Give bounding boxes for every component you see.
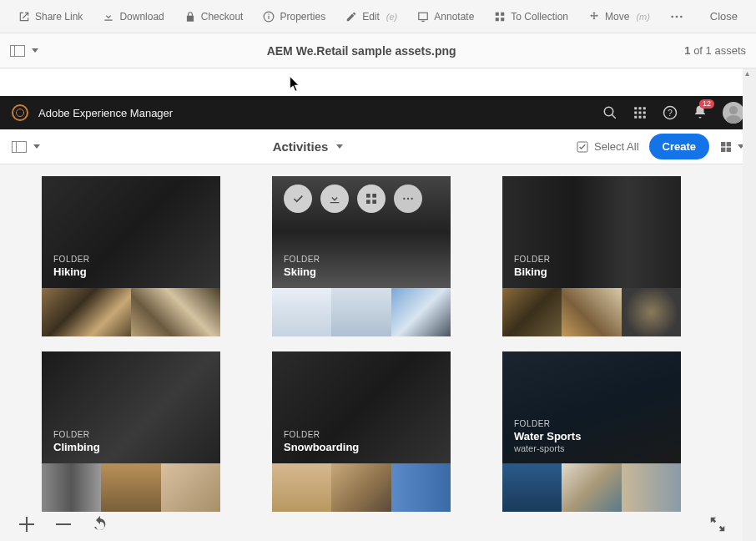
collection-icon xyxy=(365,192,378,205)
thumbnail xyxy=(562,288,621,336)
thumbnail xyxy=(272,463,331,512)
chevron-down-icon[interactable] xyxy=(32,48,38,53)
annotate-button[interactable]: Annotate xyxy=(409,8,482,26)
card-type-label: FOLDER xyxy=(514,419,581,428)
aem-title[interactable]: Adobe Experience Manager xyxy=(38,107,173,119)
view-switcher[interactable] xyxy=(719,140,744,154)
folder-card[interactable]: FOLDERClimbing xyxy=(42,351,220,512)
card-thumbnail-strip xyxy=(502,463,681,512)
card-title: Snowboarding xyxy=(284,441,359,453)
info-icon xyxy=(263,11,275,23)
card-hero: FOLDERSnowboarding xyxy=(272,351,451,463)
fullscreen-toggle[interactable] xyxy=(708,515,727,536)
checkout-button[interactable]: Checkout xyxy=(176,8,252,26)
activities-bar: Activities Select All Create xyxy=(0,129,756,164)
folder-card[interactable]: FOLDERBiking xyxy=(502,176,681,336)
chevron-down-icon[interactable] xyxy=(33,144,40,149)
aem-logo-icon[interactable] xyxy=(12,104,28,121)
cursor-icon xyxy=(290,77,301,94)
assets-grid: FOLDERHikingFOLDERSkiingFOLDERBiking FOL… xyxy=(0,164,756,541)
select-all-button[interactable]: Select All xyxy=(576,140,638,154)
svg-point-11 xyxy=(604,107,613,116)
card-type-label: FOLDER xyxy=(284,255,320,264)
edit-button[interactable]: Edit (e) xyxy=(337,8,406,26)
properties-button[interactable]: Properties xyxy=(255,8,334,26)
card-thumbnail-strip xyxy=(272,463,451,512)
edit-shortcut: (e) xyxy=(386,12,397,22)
thumbnail xyxy=(562,463,621,512)
zoom-controls xyxy=(17,514,110,534)
share-link-label: Share Link xyxy=(35,11,83,23)
download-icon xyxy=(103,11,114,23)
to-collection-button[interactable]: To Collection xyxy=(486,8,577,26)
svg-rect-15 xyxy=(634,112,637,114)
zoom-out-icon[interactable] xyxy=(53,514,73,534)
rail-toggle-icon[interactable] xyxy=(12,141,27,153)
current-filename: AEM We.Retail sample assets.png xyxy=(38,44,684,58)
svg-rect-24 xyxy=(721,142,725,146)
close-button[interactable]: Close xyxy=(702,7,746,26)
more-icon xyxy=(670,15,683,18)
folder-card[interactable]: FOLDERSkiing xyxy=(272,176,451,336)
thumbnail xyxy=(391,288,451,336)
thumbnail xyxy=(502,463,562,512)
collection-chip[interactable] xyxy=(357,185,386,213)
folder-card[interactable]: FOLDERWater Sportswater-sports xyxy=(502,351,681,512)
page-title: Activities xyxy=(273,139,329,154)
rail-toggle-icon[interactable] xyxy=(10,45,25,57)
help-icon[interactable]: ? xyxy=(663,105,678,120)
card-type-label: FOLDER xyxy=(53,430,100,439)
card-thumbnail-strip xyxy=(272,288,451,336)
filename-bar: AEM We.Retail sample assets.png 1 of 1 a… xyxy=(0,33,756,68)
more-actions-button[interactable] xyxy=(662,12,692,22)
svg-rect-18 xyxy=(634,116,637,119)
thumbnail xyxy=(42,288,131,336)
svg-text:?: ? xyxy=(668,108,673,118)
svg-rect-17 xyxy=(643,112,646,114)
svg-rect-28 xyxy=(366,194,370,198)
breadcrumb-dropdown[interactable]: Activities xyxy=(40,139,576,154)
svg-rect-31 xyxy=(372,200,376,204)
thumbnail xyxy=(391,463,451,512)
svg-rect-12 xyxy=(634,107,637,109)
card-title: Biking xyxy=(514,265,551,278)
svg-rect-13 xyxy=(639,107,642,109)
zoom-in-icon[interactable] xyxy=(17,514,37,534)
preview-gap xyxy=(0,68,756,96)
asset-counter: 1 of 1 assets xyxy=(684,44,746,57)
svg-rect-25 xyxy=(727,142,731,146)
thumbnail xyxy=(42,463,101,512)
share-link-button[interactable]: Share Link xyxy=(10,8,91,26)
card-hero: FOLDERSkiing xyxy=(272,176,451,288)
annotate-icon xyxy=(417,11,429,23)
create-button[interactable]: Create xyxy=(649,134,709,159)
svg-rect-26 xyxy=(721,147,725,151)
svg-point-32 xyxy=(403,198,405,200)
apps-grid-icon[interactable] xyxy=(633,105,648,120)
thumbnail xyxy=(101,463,160,512)
user-avatar[interactable] xyxy=(723,102,744,124)
checkbox-icon xyxy=(576,140,589,154)
annotate-label: Annotate xyxy=(434,11,474,23)
folder-card[interactable]: FOLDERHiking xyxy=(42,176,220,336)
select-chip[interactable] xyxy=(284,185,312,213)
reset-icon[interactable] xyxy=(90,514,110,534)
download-button[interactable]: Download xyxy=(94,8,172,26)
scrollbar[interactable] xyxy=(743,68,756,541)
svg-rect-16 xyxy=(639,112,642,114)
card-subtitle: water-sports xyxy=(514,443,581,453)
card-hero: FOLDERWater Sportswater-sports xyxy=(502,351,681,463)
download-chip[interactable] xyxy=(320,185,349,213)
folder-card[interactable]: FOLDERSnowboarding xyxy=(272,351,451,512)
to-collection-label: To Collection xyxy=(511,11,568,23)
svg-rect-20 xyxy=(643,116,646,119)
more-chip[interactable] xyxy=(394,185,422,213)
move-button[interactable]: Move (m) xyxy=(580,8,658,26)
notifications-button[interactable]: 12 xyxy=(693,104,708,122)
card-hero: FOLDERHiking xyxy=(42,176,220,288)
thumbnail xyxy=(272,288,331,336)
card-thumbnail-strip xyxy=(42,463,220,512)
search-icon[interactable] xyxy=(602,105,617,120)
checkout-label: Checkout xyxy=(201,11,244,23)
thumbnail xyxy=(331,463,391,512)
